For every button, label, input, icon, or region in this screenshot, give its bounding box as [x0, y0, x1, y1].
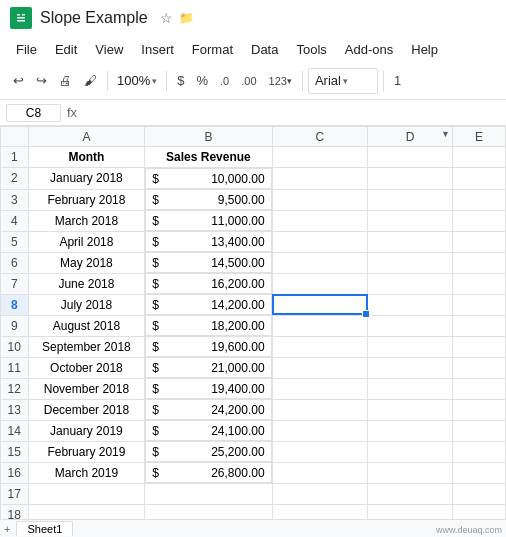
redo-button[interactable]: ↪	[31, 70, 52, 91]
menu-view[interactable]: View	[87, 40, 131, 59]
cell-a17[interactable]	[28, 484, 145, 505]
add-sheet-button[interactable]: +	[4, 523, 10, 535]
cell-e5[interactable]	[452, 231, 505, 252]
cell-a5[interactable]: April 2018	[28, 231, 145, 252]
cell-d9[interactable]	[368, 315, 453, 336]
cell-d11[interactable]	[368, 357, 453, 378]
cell-e8[interactable]	[452, 294, 505, 315]
cell-c16[interactable]	[272, 462, 367, 484]
cell-d1[interactable]	[368, 147, 453, 168]
zoom-button[interactable]: 100% ▾	[113, 71, 161, 90]
print-button[interactable]: 🖨	[54, 70, 77, 91]
cell-b5[interactable]: $13,400.00	[145, 231, 271, 252]
more-formats-button[interactable]: 123▾	[264, 72, 297, 90]
cell-d2[interactable]	[368, 168, 453, 190]
cell-c1[interactable]	[272, 147, 367, 168]
col-header-d[interactable]: D ▼	[368, 127, 453, 147]
cell-a18[interactable]	[28, 505, 145, 520]
cell-e16[interactable]	[452, 462, 505, 484]
cell-e12[interactable]	[452, 378, 505, 399]
formula-input[interactable]	[83, 105, 500, 120]
cell-c11[interactable]	[272, 357, 367, 378]
menu-addons[interactable]: Add-ons	[337, 40, 401, 59]
cell-a12[interactable]: November 2018	[28, 378, 145, 399]
cell-b3[interactable]: $9,500.00	[145, 189, 271, 210]
cell-d18[interactable]	[368, 505, 453, 520]
cell-c8[interactable]	[272, 294, 367, 315]
cell-b16[interactable]: $26,800.00	[145, 462, 271, 483]
cell-c17[interactable]	[272, 484, 367, 505]
cell-c13[interactable]	[272, 399, 367, 420]
col-header-c[interactable]: C	[272, 127, 367, 147]
menu-format[interactable]: Format	[184, 40, 241, 59]
cell-c2[interactable]	[272, 168, 367, 190]
cell-c5[interactable]	[272, 231, 367, 252]
cell-e7[interactable]	[452, 273, 505, 294]
cell-e10[interactable]	[452, 336, 505, 357]
cell-e15[interactable]	[452, 441, 505, 462]
cell-b12[interactable]: $19,400.00	[145, 378, 271, 399]
cell-b13[interactable]: $24,200.00	[145, 399, 271, 420]
cell-d4[interactable]	[368, 210, 453, 231]
cell-a9[interactable]: August 2018	[28, 315, 145, 336]
cell-a11[interactable]: October 2018	[28, 357, 145, 378]
cell-e18[interactable]	[452, 505, 505, 520]
cell-b4[interactable]: $11,000.00	[145, 210, 271, 231]
cell-e2[interactable]	[452, 168, 505, 190]
cell-b10[interactable]: $19,600.00	[145, 336, 271, 357]
cell-d12[interactable]	[368, 378, 453, 399]
cell-b2[interactable]: $10,000.00	[145, 168, 271, 189]
cell-d5[interactable]	[368, 231, 453, 252]
cell-a10[interactable]: September 2018	[28, 336, 145, 357]
cell-a3[interactable]: February 2018	[28, 189, 145, 210]
cell-b14[interactable]: $24,100.00	[145, 420, 271, 441]
cell-d15[interactable]	[368, 441, 453, 462]
folder-icon[interactable]: 📁	[179, 11, 194, 25]
cell-a15[interactable]: February 2019	[28, 441, 145, 462]
cell-b7[interactable]: $16,200.00	[145, 273, 271, 294]
menu-edit[interactable]: Edit	[47, 40, 85, 59]
cell-b17[interactable]	[145, 484, 272, 505]
menu-data[interactable]: Data	[243, 40, 286, 59]
cell-b9[interactable]: $18,200.00	[145, 315, 271, 336]
cell-d13[interactable]	[368, 399, 453, 420]
cell-a13[interactable]: December 2018	[28, 399, 145, 420]
cell-a16[interactable]: March 2019	[28, 462, 145, 484]
paint-format-button[interactable]: 🖌	[79, 70, 102, 91]
cell-e17[interactable]	[452, 484, 505, 505]
decimal-increase-button[interactable]: .00	[236, 72, 261, 90]
cell-b18[interactable]	[145, 505, 272, 520]
cell-c6[interactable]	[272, 252, 367, 273]
cell-a6[interactable]: May 2018	[28, 252, 145, 273]
cell-a4[interactable]: March 2018	[28, 210, 145, 231]
cell-d14[interactable]	[368, 420, 453, 441]
cell-b11[interactable]: $21,000.00	[145, 357, 271, 378]
undo-button[interactable]: ↩	[8, 70, 29, 91]
cell-a8[interactable]: July 2018	[28, 294, 145, 315]
col-header-e[interactable]: E	[452, 127, 505, 147]
cell-a1[interactable]: Month	[28, 147, 145, 168]
cell-d17[interactable]	[368, 484, 453, 505]
menu-file[interactable]: File	[8, 40, 45, 59]
cell-c14[interactable]	[272, 420, 367, 441]
cell-a7[interactable]: June 2018	[28, 273, 145, 294]
cell-c9[interactable]	[272, 315, 367, 336]
cell-c15[interactable]	[272, 441, 367, 462]
cell-reference-input[interactable]	[6, 104, 61, 122]
cell-e11[interactable]	[452, 357, 505, 378]
decimal-decrease-button[interactable]: .0	[215, 72, 234, 90]
cell-b1[interactable]: Sales Revenue	[145, 147, 272, 168]
cell-c3[interactable]	[272, 189, 367, 210]
cell-b15[interactable]: $25,200.00	[145, 441, 271, 462]
cell-e1[interactable]	[452, 147, 505, 168]
cell-e14[interactable]	[452, 420, 505, 441]
col-header-b[interactable]: B	[145, 127, 272, 147]
cell-c18[interactable]	[272, 505, 367, 520]
menu-tools[interactable]: Tools	[288, 40, 334, 59]
cell-d16[interactable]	[368, 462, 453, 484]
cell-c10[interactable]	[272, 336, 367, 357]
font-size-button[interactable]: 1	[389, 70, 406, 91]
cell-a2[interactable]: January 2018	[28, 168, 145, 190]
cell-e13[interactable]	[452, 399, 505, 420]
cell-e6[interactable]	[452, 252, 505, 273]
